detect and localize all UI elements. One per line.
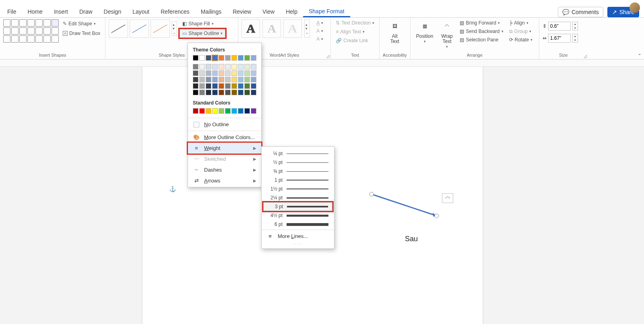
color-swatch[interactable]: [206, 55, 211, 61]
shape-fill-button[interactable]: ◧ Shape Fill ▾: [180, 19, 225, 28]
collapse-ribbon-icon[interactable]: ⌄: [638, 51, 642, 56]
draw-text-box-button[interactable]: A Draw Text Box: [61, 30, 102, 37]
text-effects-button[interactable]: A▾: [315, 35, 325, 43]
color-swatch[interactable]: [193, 70, 198, 76]
tab-review[interactable]: Review: [227, 5, 257, 17]
color-swatch[interactable]: [219, 90, 224, 95]
color-swatch[interactable]: [231, 90, 237, 95]
weight-option[interactable]: 2¼ pt: [262, 193, 334, 202]
tab-insert[interactable]: Insert: [48, 5, 74, 17]
selection-pane-button[interactable]: ▤Selection Pane: [458, 36, 505, 43]
color-swatch[interactable]: [193, 90, 198, 95]
color-swatch[interactable]: [199, 108, 205, 114]
color-swatch[interactable]: [244, 55, 250, 61]
tab-draw[interactable]: Draw: [74, 5, 98, 17]
color-swatch[interactable]: [238, 64, 244, 70]
color-swatch[interactable]: [251, 83, 256, 89]
rotate-button[interactable]: ⟳Rotate▾: [508, 36, 534, 43]
weight-item[interactable]: ≡ Weight ▶: [188, 143, 261, 154]
color-swatch[interactable]: [219, 77, 224, 82]
shape-height-input[interactable]: [548, 22, 571, 31]
color-swatch[interactable]: [225, 90, 231, 95]
color-swatch[interactable]: [206, 90, 211, 95]
group-button[interactable]: ⧉Group▾: [508, 28, 534, 35]
tab-references[interactable]: References: [155, 5, 195, 17]
color-swatch[interactable]: [225, 64, 231, 70]
tab-file[interactable]: File: [2, 5, 22, 17]
color-swatch[interactable]: [238, 70, 244, 76]
color-swatch[interactable]: [212, 55, 218, 61]
standard-color-row[interactable]: [188, 108, 261, 117]
text-direction-button[interactable]: ⇅ Text Direction▾: [334, 19, 376, 27]
color-swatch[interactable]: [212, 83, 218, 89]
arrows-item[interactable]: ⇄ Arrows ▶: [188, 175, 261, 186]
color-swatch[interactable]: [193, 77, 198, 82]
color-swatch[interactable]: [244, 83, 250, 89]
shape-outline-button[interactable]: ▭ Shape Outline ▾: [180, 29, 225, 38]
gallery-down-icon[interactable]: ▾: [173, 27, 176, 31]
color-swatch[interactable]: [238, 83, 244, 89]
align-button[interactable]: ╞Align▾: [508, 19, 534, 27]
color-swatch[interactable]: [251, 77, 256, 82]
color-swatch[interactable]: [193, 55, 198, 61]
color-swatch[interactable]: [206, 77, 211, 82]
height-up[interactable]: ▴: [573, 22, 578, 26]
color-swatch[interactable]: [193, 108, 198, 114]
weight-option[interactable]: ¾ pt: [262, 167, 334, 176]
weight-option[interactable]: 3 pt: [263, 202, 332, 211]
layout-options-button[interactable]: ◠: [442, 193, 453, 203]
color-swatch[interactable]: [219, 64, 224, 70]
wordart-launcher[interactable]: ◿: [326, 54, 330, 58]
color-swatch[interactable]: [251, 55, 256, 61]
tab-help[interactable]: Help: [280, 5, 303, 17]
user-avatar[interactable]: [630, 2, 640, 13]
color-swatch[interactable]: [219, 70, 224, 76]
size-launcher[interactable]: ◿: [584, 54, 587, 58]
comments-button[interactable]: 💬 Comments: [558, 7, 603, 17]
color-swatch[interactable]: [193, 64, 198, 70]
weight-option[interactable]: 6 pt: [262, 220, 334, 229]
tab-shape-format[interactable]: Shape Format: [303, 5, 350, 17]
shape-style-gallery[interactable]: ▴ ▾ ⌄: [109, 19, 177, 38]
create-link-button[interactable]: 🔗 Create Link: [334, 37, 376, 44]
color-swatch[interactable]: [199, 90, 205, 95]
color-swatch[interactable]: [206, 64, 211, 70]
color-swatch[interactable]: [244, 77, 250, 82]
color-swatch[interactable]: [231, 70, 237, 76]
color-swatch[interactable]: [199, 70, 205, 76]
wordart-preview[interactable]: A: [242, 19, 260, 38]
color-swatch[interactable]: [251, 64, 256, 70]
wordart-gallery[interactable]: A A A ▴▾⌄: [242, 19, 310, 38]
text-fill-button[interactable]: A▾: [315, 19, 325, 27]
edit-shape-button[interactable]: ✎ Edit Shape ▾: [61, 20, 102, 27]
color-swatch[interactable]: [231, 55, 237, 61]
more-lines-item[interactable]: ≡ More Lines...: [262, 231, 334, 242]
color-swatch[interactable]: [219, 108, 224, 114]
tab-view[interactable]: View: [257, 5, 280, 17]
gallery-up-icon[interactable]: ▴: [173, 23, 176, 27]
color-swatch[interactable]: [225, 77, 231, 82]
color-swatch[interactable]: [251, 108, 256, 114]
color-swatch[interactable]: [212, 77, 218, 82]
text-outline-button[interactable]: A▾: [315, 27, 325, 35]
color-swatch[interactable]: [244, 70, 250, 76]
color-swatch[interactable]: [206, 108, 211, 114]
color-swatch[interactable]: [206, 70, 211, 76]
color-swatch[interactable]: [199, 55, 205, 61]
wordart-preview[interactable]: A: [262, 19, 281, 38]
color-swatch[interactable]: [199, 64, 205, 70]
width-up[interactable]: ▴: [573, 34, 578, 38]
color-swatch[interactable]: [212, 108, 218, 114]
shape-gallery[interactable]: [3, 19, 59, 43]
tab-mailings[interactable]: Mailings: [195, 5, 227, 17]
color-swatch[interactable]: [225, 70, 231, 76]
color-swatch[interactable]: [251, 90, 256, 95]
color-swatch[interactable]: [251, 70, 256, 76]
color-swatch[interactable]: [231, 108, 237, 114]
theme-color-shades[interactable]: [188, 64, 261, 98]
color-swatch[interactable]: [206, 83, 211, 89]
color-swatch[interactable]: [238, 90, 244, 95]
weight-option[interactable]: 1 pt: [262, 176, 334, 185]
align-text-button[interactable]: ≡ Align Text▾: [334, 28, 376, 35]
color-swatch[interactable]: [212, 64, 218, 70]
